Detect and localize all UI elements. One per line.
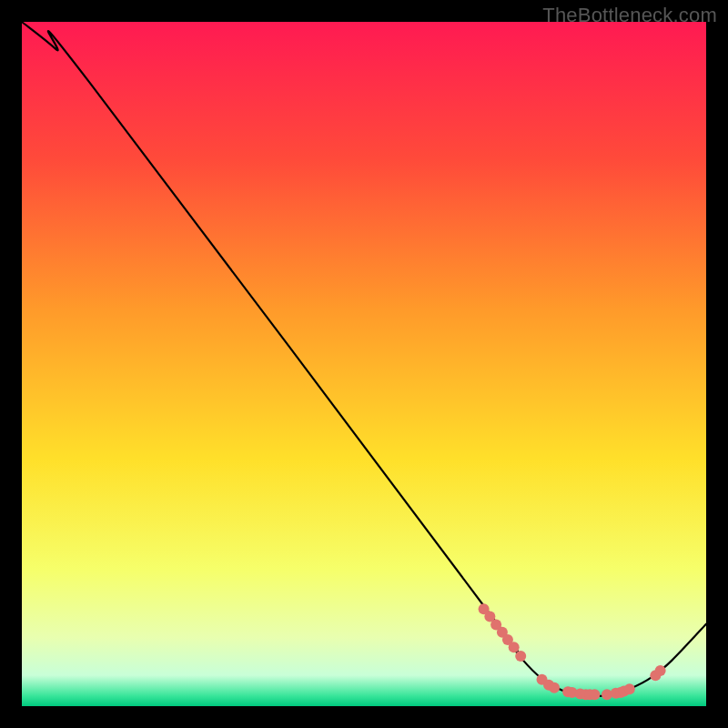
plot-background bbox=[22, 22, 706, 706]
chart-svg bbox=[0, 0, 728, 728]
marker-dot bbox=[515, 651, 526, 662]
marker-dot bbox=[655, 665, 666, 676]
marker-dot bbox=[589, 689, 600, 700]
marker-dot bbox=[509, 642, 520, 652]
marker-dot bbox=[549, 682, 560, 693]
marker-dot bbox=[624, 683, 635, 694]
chart-stage: TheBottleneck.com bbox=[0, 0, 728, 728]
